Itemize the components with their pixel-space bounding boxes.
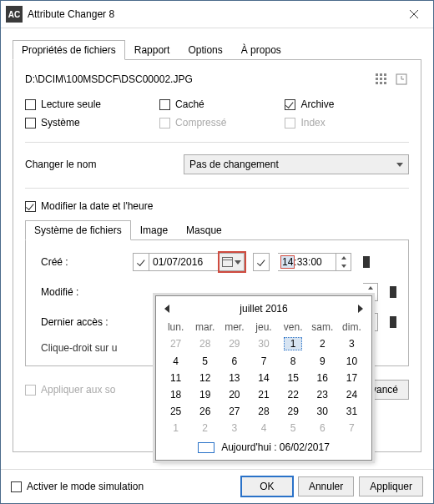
calendar-day[interactable]: 3 [337,335,366,353]
calendar-day[interactable]: 28 [190,335,220,353]
calendar-day[interactable]: 22 [279,386,308,403]
checkbox-readonly[interactable]: Lecture seule [25,98,101,110]
checkbox-system[interactable]: Système [25,117,101,129]
calendar-popup: juillet 2016 lun.mar.mer.jeu.ven.sam.dim… [155,295,372,461]
calendar-day[interactable]: 23 [308,386,337,403]
calendar-day[interactable]: 18 [161,386,190,403]
today-marker-icon [198,442,214,453]
svg-rect-8 [376,82,378,84]
calendar-day[interactable]: 5 [190,353,220,370]
checkbox-hidden[interactable]: Caché [159,98,226,110]
svg-rect-2 [376,73,378,76]
calendar-day[interactable]: 2 [190,420,220,436]
toggle-created-time[interactable] [253,253,270,271]
svg-rect-5 [376,78,378,80]
calendar-day[interactable]: 11 [161,370,190,386]
calendar-dow: ven. [279,320,308,335]
date-subtabs: Système de fichiers Image Masque [25,220,409,240]
calendar-day[interactable]: 24 [337,386,366,403]
calendar-day[interactable]: 17 [337,370,366,386]
action-marker-created[interactable] [363,256,370,268]
attribute-checkboxes: Lecture seule Système Caché Compressé Ar… [25,98,409,129]
calendar-day[interactable]: 7 [249,353,278,370]
calendar-next-month[interactable] [358,305,363,313]
svg-rect-3 [380,73,382,76]
checkbox-simulation-mode[interactable]: Activer le mode simulation [11,481,236,492]
checkbox-index: Index [285,117,334,129]
checkbox-archive[interactable]: Archive [285,98,334,110]
calendar-day[interactable]: 15 [279,370,308,386]
rename-label: Changer le nom [25,159,175,170]
apply-button[interactable]: Appliquer [359,476,423,496]
input-created-time[interactable]: 14:33:00 [278,253,336,271]
subtab-mask[interactable]: Masque [177,220,231,239]
ok-button[interactable]: OK [241,476,293,496]
rename-row: Changer le nom Pas de changement [25,154,409,174]
dialog-footer: Activer le mode simulation OK Annuler Ap… [1,469,433,503]
clock-icon[interactable] [394,72,409,87]
calendar-day[interactable]: 16 [308,370,337,386]
action-marker-accessed[interactable] [390,316,396,328]
calendar-today-row[interactable]: Aujourd'hui : 06/02/2017 [161,441,366,453]
calendar-day[interactable]: 25 [161,403,190,420]
calendar-day[interactable]: 3 [220,420,249,436]
calendar-day[interactable]: 30 [308,403,337,420]
grid-view-icon[interactable] [374,72,389,87]
spinner-created-time[interactable] [336,253,351,271]
close-button[interactable] [395,1,433,28]
tab-options[interactable]: Options [179,40,231,59]
calendar-day[interactable]: 26 [190,403,220,420]
calendar-day[interactable]: 14 [249,370,278,386]
calendar-day[interactable]: 19 [190,386,220,403]
calendar-dow: dim. [337,320,366,335]
calendar-day[interactable]: 1 [161,420,190,436]
row-created: Créé : 01/07/2016 14:33:00 [41,252,396,272]
rename-combo[interactable]: Pas de changement [184,154,409,174]
calendar-day[interactable]: 20 [220,386,249,403]
calendar-day[interactable]: 4 [249,420,278,436]
calendar-day[interactable]: 27 [220,403,249,420]
calendar-day[interactable]: 10 [337,353,366,370]
calendar-day[interactable]: 8 [279,353,308,370]
calendar-day[interactable]: 5 [279,420,308,436]
dialog-body: Propriétés de fichiers Rapport Options À… [1,28,433,469]
close-icon [410,10,418,18]
calendar-day[interactable]: 6 [220,353,249,370]
calendar-day[interactable]: 2 [308,335,337,353]
calendar-day[interactable]: 21 [249,386,278,403]
calendar-day[interactable]: 27 [161,335,190,353]
calendar-dow: sam. [308,320,337,335]
subtab-image[interactable]: Image [131,220,177,239]
calendar-button-created[interactable] [220,253,245,271]
calendar-day[interactable]: 7 [337,420,366,436]
calendar-day[interactable]: 4 [161,353,190,370]
calendar-day[interactable]: 13 [220,370,249,386]
svg-rect-6 [380,78,382,80]
calendar-day[interactable]: 30 [249,335,278,353]
checkbox-modify-datetime[interactable]: Modifier la date et l'heure [25,200,409,212]
calendar-day[interactable]: 29 [220,335,249,353]
calendar-prev-month[interactable] [164,305,169,313]
tab-about[interactable]: À propos [232,40,290,59]
calendar-icon [222,257,233,267]
calendar-day[interactable]: 12 [190,370,220,386]
calendar-day[interactable]: 1 [279,335,308,353]
tab-report[interactable]: Rapport [125,40,179,59]
calendar-day[interactable]: 9 [308,353,337,370]
calendar-day[interactable]: 29 [279,403,308,420]
svg-rect-7 [384,78,386,80]
subtab-filesystem[interactable]: Système de fichiers [25,220,131,240]
calendar-day[interactable]: 6 [308,420,337,436]
cancel-button[interactable]: Annuler [298,476,354,496]
label-modified: Modifié : [41,286,133,298]
calendar-day[interactable]: 31 [337,403,366,420]
calendar-day[interactable]: 28 [249,403,278,420]
calendar-month-label[interactable]: juillet 2016 [240,303,287,315]
titlebar: AC Attribute Changer 8 [1,1,433,28]
file-path: D:\DCIM\100MSDCF\DSC00002.JPG [25,73,369,85]
action-marker-modified[interactable] [390,286,396,298]
tab-file-properties[interactable]: Propriétés de fichiers [13,40,125,60]
input-created-date[interactable]: 01/07/2016 [149,253,220,271]
label-accessed: Dernier accès : [41,316,133,328]
toggle-created-date[interactable] [133,253,149,271]
